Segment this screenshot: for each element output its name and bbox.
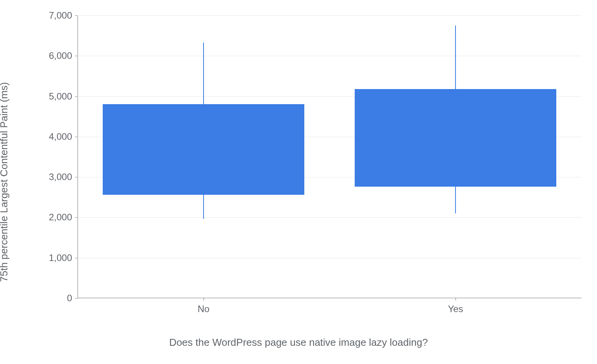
y-tick (75, 298, 78, 299)
x-axis-label: Does the WordPress page use native image… (0, 337, 597, 349)
y-tick (75, 96, 78, 97)
gridline (78, 258, 581, 258)
y-tick-label: 1,000 (49, 252, 72, 263)
y-tick-label: 3,000 (49, 172, 72, 182)
y-axis-line (78, 15, 78, 298)
y-tick (75, 258, 78, 258)
y-tick-label: 6,000 (49, 50, 72, 61)
x-axis-line (78, 298, 581, 298)
y-tick (75, 217, 78, 218)
x-tick (204, 298, 204, 300)
gridline (78, 217, 581, 218)
x-tick-label: No (198, 304, 210, 314)
y-tick-label: 2,000 (49, 212, 72, 223)
box (355, 89, 556, 187)
y-tick-label: 7,000 (49, 10, 72, 21)
plot-area: 01,0002,0003,0004,0005,0006,0007,000NoYe… (78, 15, 581, 298)
y-tick-label: 4,000 (49, 131, 72, 142)
box-plot-chart: 75th percentile Largest Contentful Paint… (0, 0, 597, 364)
box (103, 104, 304, 195)
y-tick (75, 15, 78, 16)
y-tick (75, 177, 78, 177)
x-tick-label: Yes (448, 304, 463, 314)
y-tick-label: 5,000 (49, 91, 72, 102)
x-tick (456, 298, 456, 300)
y-tick-label: 0 (67, 293, 72, 304)
gridline (78, 15, 581, 16)
y-axis-label: 75th percentile Largest Contentful Paint… (0, 82, 10, 282)
y-tick (75, 56, 78, 56)
gridline (78, 56, 581, 56)
y-tick (75, 137, 78, 137)
